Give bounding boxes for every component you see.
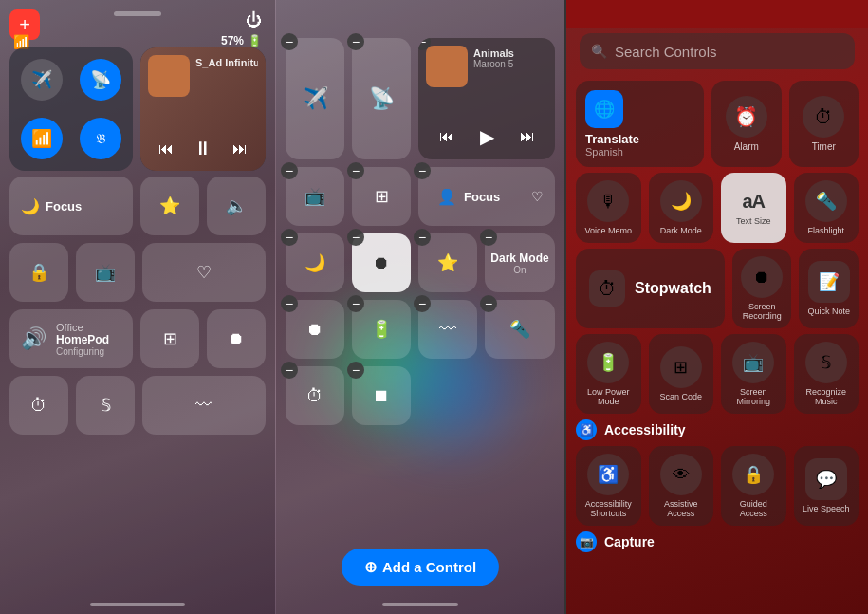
p3-row1: 🌐 Translate Spanish ⏰ Alarm ⏱ Timer xyxy=(576,81,859,167)
live-speech-tile[interactable]: 💬 Live Speech xyxy=(794,446,859,526)
search-bar[interactable]: 🔍 Search Controls xyxy=(580,33,855,69)
p2-play-icon[interactable]: ▶ xyxy=(480,125,494,148)
now-playing-tile[interactable]: S_Ad Infinitum - ⏮ ⏸ ⏭ xyxy=(140,47,266,171)
power-icon[interactable]: ⏻ xyxy=(246,11,262,30)
p2-dark-icon: ⏺ xyxy=(373,253,390,273)
screen-rec-icon: ⏺ xyxy=(741,256,783,298)
assistive-access-label: Assistive Access xyxy=(656,499,707,518)
p2-network1[interactable]: − 📺 xyxy=(286,167,344,226)
p2-bright-icon: 🌙 xyxy=(305,252,325,273)
shazam-tile[interactable]: 𝕊 xyxy=(76,376,135,435)
quick-note-tile[interactable]: 📝 Quick Note xyxy=(799,249,859,328)
airplay-tile[interactable]: 📺 xyxy=(76,243,135,302)
volume-tile[interactable]: 🔈 xyxy=(207,177,266,235)
minus-badge-flash[interactable]: − xyxy=(480,295,497,312)
p3-row-stopwatch: ⏱ Stopwatch ⏺ Screen Recording 📝 Quick N… xyxy=(576,249,859,328)
p2-star-tile[interactable]: − ⭐ xyxy=(418,233,477,292)
minus-badge-focus[interactable]: − xyxy=(414,162,431,179)
minus-badge-dark[interactable]: − xyxy=(347,229,364,246)
p2-row3: − 🌙 − ⏺ − ⭐ − Dark Mode On xyxy=(286,233,555,292)
p2-focus-tile[interactable]: − 👤 Focus ♡ xyxy=(418,167,555,226)
stopwatch-tile-p3[interactable]: ⏱ Stopwatch xyxy=(576,249,725,328)
accessibility-shortcuts-tile[interactable]: ♿ Accessibility Shortcuts xyxy=(576,446,641,526)
minus-badge-wifi[interactable]: − xyxy=(347,33,364,50)
prev-icon[interactable]: ⏮ xyxy=(158,140,174,158)
recognize-music-tile[interactable]: 𝕊 Recognize Music xyxy=(794,334,859,414)
minus-badge[interactable]: − xyxy=(281,33,298,50)
flashlight-tile[interactable]: 🔦 Flashlight xyxy=(794,173,859,243)
screen-mirror-icon: 📺 xyxy=(732,342,774,383)
p2-now-playing[interactable]: − Animals Maroon 5 ⏮ ▶ ⏭ xyxy=(418,38,555,159)
moon-icon: 🌙 xyxy=(21,197,40,215)
low-power-tile[interactable]: 🔋 Low Power Mode xyxy=(576,334,641,414)
minus-badge-n1[interactable]: − xyxy=(281,162,298,179)
homepod-status: Configuring xyxy=(56,346,109,357)
network-tile[interactable]: ✈️ 📡 📶 𝔅 xyxy=(9,47,133,171)
guided-access-tile[interactable]: 🔒 Guided Access xyxy=(721,446,786,526)
timer-tile[interactable]: ⏱ Timer xyxy=(789,81,859,167)
flashlight-icon: 🔦 xyxy=(805,180,847,222)
p2-rec-tile[interactable]: − ⏺ xyxy=(286,300,344,359)
p2-flash-icon: 🔦 xyxy=(509,319,530,340)
next-icon[interactable]: ⏭ xyxy=(232,140,248,158)
p2-row-top: − ✈️ − 📡 − Animals Maroon 5 ⏮ ▶ ⏭ xyxy=(286,38,555,159)
p2-dark-mode-tile[interactable]: − ⏺ xyxy=(352,233,411,292)
scan-code-tile[interactable]: ⊞ Scan Code xyxy=(649,334,714,414)
voice-memo-tile[interactable]: 🎙 Voice Memo xyxy=(576,173,641,243)
minus-badge-star[interactable]: − xyxy=(414,229,431,246)
p2-wave-tile[interactable]: − 〰 xyxy=(418,300,477,359)
minus-badge-n2[interactable]: − xyxy=(347,162,364,179)
homepod-tile[interactable]: 🔊 Office HomePod Configuring xyxy=(9,309,133,368)
qr-icon: ⊞ xyxy=(163,328,177,349)
minus-badge-timer[interactable]: − xyxy=(281,362,298,379)
screen-mirror-tile[interactable]: 📺 Screen Mirroring xyxy=(721,334,786,414)
record-tile[interactable]: ⏺ xyxy=(207,309,266,368)
p2-next-icon[interactable]: ⏭ xyxy=(520,128,535,145)
p2-battery-tile[interactable]: − 🔋 xyxy=(352,300,411,359)
wifi-icon[interactable]: 📡 xyxy=(80,59,121,101)
minus-badge-bright[interactable]: − xyxy=(281,229,298,246)
bluetooth-icon[interactable]: 𝔅 xyxy=(80,118,121,159)
airplane-icon[interactable]: ✈️ xyxy=(21,59,63,101)
pause-icon[interactable]: ⏸ xyxy=(194,138,212,159)
plus-circle-icon: ⊕ xyxy=(364,558,377,576)
alarm-tile[interactable]: ⏰ Alarm xyxy=(711,81,782,167)
p2-stop-tile[interactable]: − ⏹ xyxy=(352,366,411,425)
p2-network2[interactable]: − ⊞ xyxy=(352,167,411,226)
p2-brightness-tile[interactable]: − 🌙 xyxy=(286,233,344,292)
minus-badge-wave[interactable]: − xyxy=(414,295,431,312)
record-icon: ⏺ xyxy=(228,329,245,349)
p2-flash-tile[interactable]: − 🔦 xyxy=(485,300,555,359)
p2-wifi-tile[interactable]: − 📡 xyxy=(352,38,411,159)
minus-badge-bat[interactable]: − xyxy=(347,295,364,312)
p2-wave-icon: 〰 xyxy=(439,320,456,340)
minus-badge-dm2[interactable]: − xyxy=(480,229,497,246)
translate-tile[interactable]: 🌐 Translate Spanish xyxy=(576,81,704,167)
scrollbar-p1 xyxy=(90,603,185,606)
p2-airplane-tile[interactable]: − ✈️ xyxy=(286,38,344,159)
focus-tile[interactable]: 🌙 Focus xyxy=(9,177,133,235)
text-size-tile[interactable]: aA Text Size xyxy=(721,173,786,243)
signal-icon[interactable]: 📶 xyxy=(21,118,63,159)
p2-timer-tile[interactable]: − ⏱ xyxy=(286,366,344,425)
lock-tile[interactable]: 🔒 xyxy=(9,243,68,302)
p2-prev-icon[interactable]: ⏮ xyxy=(439,128,454,145)
assistive-access-icon: 👁 xyxy=(660,454,702,495)
stopwatch-tile[interactable]: ⏱ xyxy=(9,376,68,435)
add-control-button[interactable]: ⊕ Add a Control xyxy=(342,549,499,586)
waveform-tile[interactable]: 〰 xyxy=(142,376,266,435)
homepod-info: Office HomePod Configuring xyxy=(56,322,109,357)
minus-badge-stop[interactable]: − xyxy=(347,362,364,379)
heart-tile[interactable]: ♡ xyxy=(142,243,266,302)
qr-tile[interactable]: ⊞ xyxy=(140,309,199,368)
screen-mirror-label: Screen Mirroring xyxy=(729,387,779,406)
accessibility-title: Accessibility xyxy=(604,422,686,437)
brightness-tile[interactable]: ⭐ xyxy=(140,177,199,235)
p2-n1-icon: 📺 xyxy=(305,186,325,207)
p2-darkmode-tile2[interactable]: − Dark Mode On xyxy=(485,233,555,292)
screen-rec-tile[interactable]: ⏺ Screen Recording xyxy=(732,249,792,328)
p2-dark-sub: On xyxy=(513,265,526,275)
minus-badge-rec[interactable]: − xyxy=(281,295,298,312)
dark-mode-tile[interactable]: 🌙 Dark Mode xyxy=(649,173,714,243)
assistive-access-tile[interactable]: 👁 Assistive Access xyxy=(649,446,714,526)
